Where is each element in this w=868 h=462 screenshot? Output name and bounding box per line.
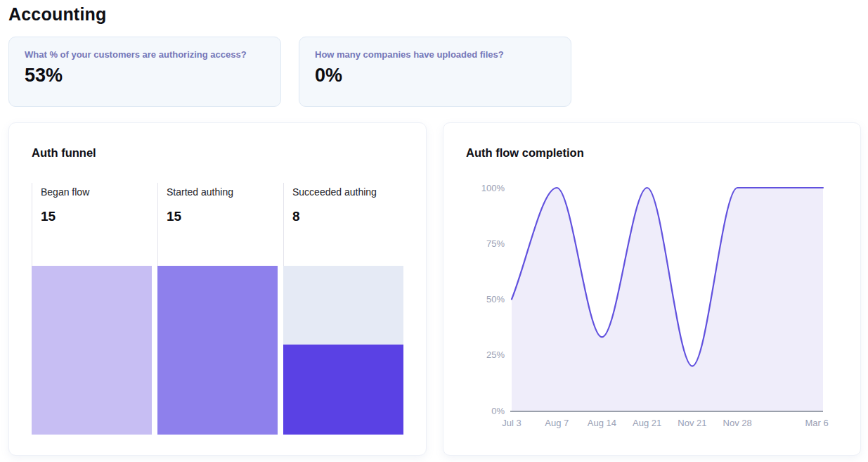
stat-card-uploaded-files: How many companies have uploaded files? …: [299, 37, 571, 107]
y-axis-tick-label: 25%: [486, 349, 505, 360]
stats-row: What % of your customers are authorizing…: [8, 37, 861, 107]
x-axis-tick-label: Aug 14: [588, 418, 616, 428]
accounting-page: Accounting What % of your customers are …: [0, 0, 868, 456]
funnel-step: Succeeded authing8: [283, 183, 403, 435]
auth-funnel-card: Auth funnel Began flow15Started authing1…: [8, 122, 427, 456]
auth-flow-completion-svg: 100%75%50%25%0%Jul 3Aug 7Aug 14Aug 21Nov…: [466, 177, 839, 437]
stat-value: 53%: [25, 65, 265, 86]
funnel-step: Began flow15: [32, 183, 152, 435]
auth-flow-completion-chart: 100%75%50%25%0%Jul 3Aug 7Aug 14Aug 21Nov…: [466, 177, 838, 439]
funnel-bar-track: [32, 266, 152, 435]
stat-question: How many companies have uploaded files?: [315, 49, 555, 60]
funnel-bar-track: [283, 266, 403, 435]
x-axis-tick-label: Aug 7: [545, 418, 569, 428]
stat-value: 0%: [315, 65, 555, 86]
funnel-step-value: 15: [41, 209, 152, 224]
stat-question: What % of your customers are authorizing…: [25, 49, 265, 60]
page-title: Accounting: [8, 4, 861, 25]
funnel-step: Started authing15: [157, 183, 278, 435]
funnel-step-head: Began flow15: [32, 183, 152, 266]
auth-flow-completion-title: Auth flow completion: [466, 146, 838, 160]
auth-flow-completion-card: Auth flow completion 100%75%50%25%0%Jul …: [443, 122, 861, 456]
charts-row: Auth funnel Began flow15Started authing1…: [8, 122, 861, 456]
y-axis-tick-label: 100%: [481, 183, 505, 193]
funnel-bar-track: [157, 266, 278, 435]
funnel-bar-fill: [32, 266, 152, 435]
funnel-step-head: Started authing15: [157, 183, 278, 266]
stat-card-authorizing-access: What % of your customers are authorizing…: [8, 37, 281, 107]
auth-funnel-title: Auth funnel: [32, 146, 403, 160]
funnel-bar-fill: [283, 345, 403, 435]
funnel-step-head: Succeeded authing8: [283, 183, 403, 266]
x-axis-tick-label: Nov 21: [678, 418, 706, 428]
auth-funnel-chart: Began flow15Started authing15Succeeded a…: [32, 183, 403, 435]
funnel-step-label: Began flow: [41, 186, 152, 198]
y-axis-tick-label: 0%: [491, 406, 505, 416]
x-axis-tick-label: Nov 28: [723, 418, 752, 428]
funnel-bar-fill: [157, 266, 278, 435]
funnel-step-value: 8: [292, 209, 403, 224]
funnel-step-label: Succeeded authing: [292, 186, 403, 198]
x-axis-tick-label: Jul 3: [502, 418, 521, 428]
x-axis-tick-label: Aug 21: [633, 418, 661, 428]
funnel-step-label: Started authing: [167, 186, 278, 198]
area-fill: [512, 188, 823, 411]
y-axis-tick-label: 75%: [486, 238, 505, 249]
funnel-step-value: 15: [167, 209, 278, 224]
y-axis-tick-label: 50%: [486, 294, 505, 304]
x-axis-tick-label: Mar 6: [805, 418, 828, 428]
